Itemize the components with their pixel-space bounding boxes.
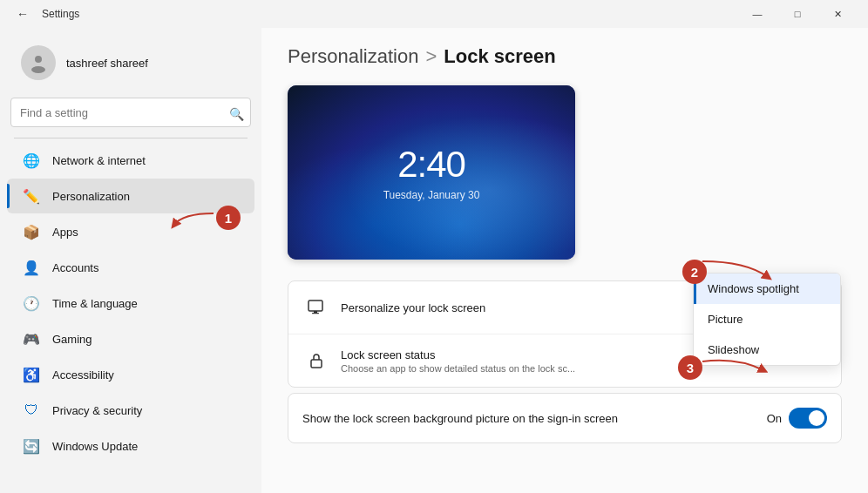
svg-rect-5	[311, 360, 322, 368]
clock-icon: 🕐	[21, 293, 42, 314]
user-profile[interactable]: tashreef shareef	[7, 31, 254, 91]
main-content: Personalization > Lock screen 2:40 Tuesd…	[261, 28, 868, 493]
breadcrumb: Personalization > Lock screen	[288, 45, 842, 68]
lock-screen-preview: 2:40 Tuesday, January 30	[288, 85, 575, 260]
dropdown-item-picture[interactable]: Picture	[694, 304, 840, 334]
toggle-on-label: On	[767, 412, 782, 425]
sidebar-item-update[interactable]: 🔄 Windows Update	[7, 429, 254, 463]
monitor-icon	[302, 294, 330, 321]
sidebar-item-label: Apps	[52, 226, 78, 239]
dropdown-item-spotlight[interactable]: Windows spotlight	[694, 274, 840, 304]
sign-in-row: Show the lock screen background picture …	[288, 394, 841, 442]
settings-area: Personalize your lock screen Windows spo…	[288, 280, 842, 443]
sidebar-item-privacy[interactable]: 🛡 Privacy & security	[7, 393, 254, 428]
lock-screen-bg-row: Personalize your lock screen Windows spo…	[288, 281, 841, 334]
sidebar-item-network[interactable]: 🌐 Network & internet	[7, 143, 254, 178]
sidebar-item-label: Accessibility	[52, 368, 114, 382]
breadcrumb-separator: >	[425, 45, 437, 68]
lock-screen-dropdown: Windows spotlight Picture Slideshow	[693, 273, 841, 366]
maximize-button[interactable]: □	[777, 0, 817, 28]
search-input[interactable]	[10, 98, 251, 127]
search-container: 🔍	[0, 94, 261, 134]
breadcrumb-current: Lock screen	[444, 45, 555, 68]
back-button[interactable]: ←	[10, 2, 35, 26]
sidebar-item-accessibility[interactable]: ♿ Accessibility	[7, 357, 254, 392]
sidebar-item-accounts[interactable]: 👤 Accounts	[7, 250, 254, 285]
svg-rect-3	[314, 311, 317, 313]
search-icon: 🔍	[229, 107, 244, 121]
apps-icon: 📦	[21, 221, 42, 242]
breadcrumb-parent: Personalization	[288, 45, 418, 68]
sidebar-item-time[interactable]: 🕐 Time & language	[7, 286, 254, 321]
title-bar: ← Settings — □ ✕	[0, 0, 868, 28]
sidebar: tashreef shareef 🔍 🌐 Network & internet …	[0, 28, 261, 493]
shield-icon: 🛡	[21, 400, 42, 421]
nav-list: 🌐 Network & internet ✏️ Personalization …	[0, 142, 261, 464]
sign-in-label: Show the lock screen background picture …	[302, 412, 767, 425]
lock-settings-card: Personalize your lock screen Windows spo…	[288, 280, 842, 388]
user-name: tashreef shareef	[66, 57, 148, 70]
preview-date: Tuesday, January 30	[383, 189, 480, 201]
sign-in-content: Show the lock screen background picture …	[302, 412, 767, 425]
app-body: tashreef shareef 🔍 🌐 Network & internet …	[0, 28, 868, 493]
sidebar-item-label: Personalization	[52, 190, 130, 203]
sidebar-item-label: Gaming	[52, 333, 92, 346]
sidebar-item-gaming[interactable]: 🎮 Gaming	[7, 321, 254, 356]
nav-separator	[14, 138, 248, 138]
person-icon: 👤	[21, 257, 42, 278]
sidebar-item-apps[interactable]: 📦 Apps	[7, 214, 254, 249]
sign-in-toggle[interactable]	[789, 408, 827, 429]
svg-point-1	[31, 66, 45, 73]
paint-icon: ✏️	[21, 186, 42, 206]
accessibility-icon: ♿	[21, 364, 42, 385]
app-title: Settings	[42, 8, 737, 20]
sidebar-item-label: Network & internet	[52, 154, 146, 167]
svg-point-0	[35, 56, 42, 63]
globe-icon: 🌐	[21, 150, 42, 171]
sidebar-item-label: Privacy & security	[52, 404, 142, 417]
update-icon: 🔄	[21, 436, 42, 456]
sign-in-card: Show the lock screen background picture …	[288, 393, 842, 443]
window-controls: — □ ✕	[737, 0, 858, 28]
sign-in-control: On	[767, 408, 827, 429]
svg-rect-2	[309, 301, 322, 311]
minimize-button[interactable]: —	[737, 0, 777, 28]
sidebar-item-label: Accounts	[52, 261, 98, 274]
gaming-icon: 🎮	[21, 328, 42, 349]
preview-time: 2:40	[397, 144, 465, 186]
svg-rect-4	[312, 313, 319, 314]
avatar	[21, 45, 56, 80]
sidebar-item-label: Time & language	[52, 297, 138, 310]
sidebar-item-personalization[interactable]: ✏️ Personalization	[7, 179, 254, 213]
dropdown-item-slideshow[interactable]: Slideshow	[694, 334, 840, 365]
close-button[interactable]: ✕	[817, 0, 858, 28]
sidebar-item-label: Windows Update	[52, 440, 138, 453]
lock-icon	[302, 347, 330, 375]
